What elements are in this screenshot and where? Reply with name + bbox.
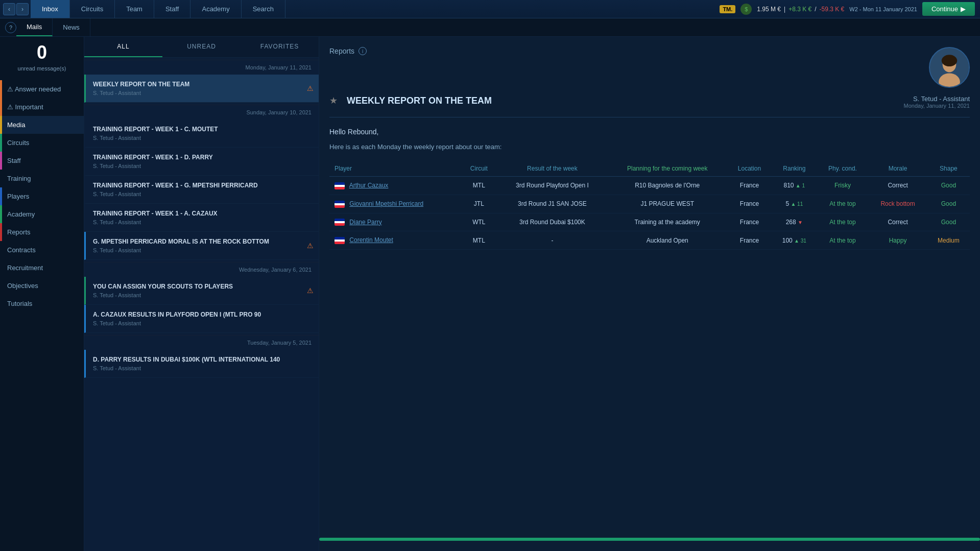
sidebar-item-players[interactable]: Players bbox=[0, 187, 84, 205]
indicator-green bbox=[0, 205, 2, 223]
col-shape: Shape bbox=[927, 161, 970, 177]
report-label-area: Reports i bbox=[329, 47, 367, 55]
circuit-cell: JTL bbox=[461, 195, 497, 213]
sidebar-item-important[interactable]: ⚠ Important bbox=[0, 98, 84, 116]
mail-tab-unread[interactable]: UNREAD bbox=[162, 37, 241, 57]
star-icon[interactable]: ★ bbox=[329, 95, 338, 106]
player-name-link[interactable]: Arthur Cazaux bbox=[349, 182, 389, 189]
circuit-cell: MTL bbox=[461, 177, 497, 195]
continue-button[interactable]: Continue ▶ bbox=[922, 2, 975, 16]
ranking-cell: 100 ▲ 31 bbox=[772, 231, 817, 250]
flag-icon bbox=[334, 237, 345, 244]
rank-change: ▲ 1 bbox=[796, 183, 805, 188]
sidebar-item-objectives[interactable]: Objectives bbox=[0, 277, 84, 295]
tab-academy[interactable]: Academy bbox=[190, 0, 241, 18]
top-nav-bar: ‹ › Inbox Circuits Team Staff Academy Se… bbox=[0, 0, 980, 18]
table-header-row: Player Circuit Result of the week Planni… bbox=[329, 161, 970, 177]
list-item[interactable]: YOU CAN ASSIGN YOUR SCOUTS TO PLAYERS S.… bbox=[84, 277, 319, 305]
location-cell: France bbox=[727, 213, 772, 231]
sidebar-item-label: Players bbox=[7, 193, 29, 200]
morale-cell: Correct bbox=[868, 213, 927, 231]
list-item[interactable]: D. PARRY RESULTS IN DUBAI $100K (WTL INT… bbox=[84, 350, 319, 378]
tab-search[interactable]: Search bbox=[242, 0, 285, 18]
mail-title: D. PARRY RESULTS IN DUBAI $100K (WTL INT… bbox=[93, 356, 312, 363]
ranking-cell: 268 ▼ bbox=[772, 213, 817, 231]
tab-inbox[interactable]: Inbox bbox=[31, 0, 70, 18]
shape-cell: Good bbox=[927, 213, 970, 231]
list-item[interactable]: A. CAZAUX RESULTS IN PLAYFORD OPEN I (MT… bbox=[84, 305, 319, 333]
sidebar-item-reports[interactable]: Reports bbox=[0, 223, 84, 241]
list-item[interactable]: G. MPETSHI PERRICARD MORAL IS AT THE ROC… bbox=[84, 232, 319, 260]
unread-count-area: 0 unread message(s) bbox=[0, 42, 84, 73]
flag-icon bbox=[334, 182, 345, 189]
mail-title: TRAINING REPORT - WEEK 1 - A. CAZAUX bbox=[93, 210, 312, 217]
indicator-blue bbox=[0, 187, 2, 205]
help-icon[interactable]: ? bbox=[5, 22, 16, 33]
alert-icon: ⚠ bbox=[307, 84, 314, 92]
sidebar-item-label: Objectives bbox=[7, 282, 38, 290]
sidebar-item-label: Media bbox=[7, 121, 25, 129]
money-icon: $ bbox=[740, 4, 752, 15]
indicator-yellow bbox=[0, 116, 2, 134]
phy-cond-cell: Frisky bbox=[817, 177, 868, 195]
list-item[interactable]: WEEKLY REPORT ON THE TEAM S. Tetud - Ass… bbox=[84, 75, 319, 103]
sidebar-item-label: ⚠ Answer needed bbox=[7, 85, 61, 93]
mail-sender: S. Tetud - Assistant bbox=[93, 365, 312, 371]
col-morale: Morale bbox=[868, 161, 927, 177]
sidebar-item-label: Training bbox=[7, 175, 31, 182]
tab-team[interactable]: Team bbox=[115, 0, 154, 18]
location-cell: France bbox=[727, 231, 772, 250]
sidebar-item-label: Contracts bbox=[7, 246, 36, 254]
sidebar-item-answer-needed[interactable]: ⚠ Answer needed bbox=[0, 80, 84, 98]
tab-staff[interactable]: Staff bbox=[154, 0, 191, 18]
reports-section-label: Reports bbox=[329, 47, 354, 55]
mail-tab-all[interactable]: ALL bbox=[84, 37, 162, 57]
ranking-cell: 5 ▲ 11 bbox=[772, 195, 817, 213]
mail-tabs: ALL UNREAD FAVORITES bbox=[84, 37, 319, 58]
flag-icon bbox=[334, 219, 345, 226]
sidebar-item-recruitment[interactable]: Recruitment bbox=[0, 259, 84, 277]
player-name-link[interactable]: Diane Parry bbox=[349, 219, 381, 226]
finance-amount: 1.95 M € bbox=[757, 6, 781, 13]
list-item[interactable]: TRAINING REPORT - WEEK 1 - G. MPETSHI PE… bbox=[84, 176, 319, 204]
content-panel: Reports i ★ WEEKLY REPORT ON THE TEAM S bbox=[319, 37, 980, 551]
col-location: Location bbox=[727, 161, 772, 177]
morale-cell: Happy bbox=[868, 231, 927, 250]
list-item[interactable]: TRAINING REPORT - WEEK 1 - C. MOUTET S. … bbox=[84, 119, 319, 148]
sidebar-item-training[interactable]: Training bbox=[0, 170, 84, 187]
sender-info: S. Tetud - Assistant Monday, January 11,… bbox=[904, 95, 970, 109]
mail-title: YOU CAN ASSIGN YOUR SCOUTS TO PLAYERS bbox=[93, 283, 312, 290]
unread-label: unread message(s) bbox=[18, 65, 66, 71]
avatar-image bbox=[930, 47, 969, 88]
sidebar-item-contracts[interactable]: Contracts bbox=[0, 241, 84, 259]
planning-cell: R10 Bagnoles de l'Orne bbox=[607, 177, 727, 195]
phy-cond-cell: At the top bbox=[817, 195, 868, 213]
player-name-link[interactable]: Corentin Moutet bbox=[349, 236, 393, 244]
circuit-cell: WTL bbox=[461, 213, 497, 231]
list-item[interactable]: TRAINING REPORT - WEEK 1 - A. CAZAUX S. … bbox=[84, 204, 319, 232]
list-item[interactable]: TRAINING REPORT - WEEK 1 - D. PARRY S. T… bbox=[84, 148, 319, 176]
sidebar-item-circuits[interactable]: Circuits bbox=[0, 134, 84, 152]
player-name-link[interactable]: Giovanni Mpetshi Perricard bbox=[349, 200, 423, 207]
sidebar-item-media[interactable]: Media bbox=[0, 116, 84, 134]
sub-tab-news[interactable]: News bbox=[53, 18, 90, 36]
mail-tab-favorites[interactable]: FAVORITES bbox=[241, 37, 319, 57]
report-main-header: ★ WEEKLY REPORT ON THE TEAM S. Tetud - A… bbox=[329, 95, 970, 117]
mail-scroll-area[interactable]: Monday, January 11, 2021 WEEKLY REPORT O… bbox=[84, 58, 319, 551]
weekly-description: Here is as each Monday the weekly report… bbox=[329, 143, 970, 151]
sidebar-item-academy[interactable]: Academy bbox=[0, 205, 84, 223]
sub-tab-mails[interactable]: Mails bbox=[16, 18, 53, 36]
indicator-teal bbox=[0, 134, 2, 152]
sidebar-item-tutorials[interactable]: Tutorials bbox=[0, 295, 84, 313]
mail-sender: S. Tetud - Assistant bbox=[93, 292, 312, 298]
date-separator-monday: Monday, January 11, 2021 bbox=[84, 60, 319, 75]
date-separator-wednesday: Wednesday, January 6, 2021 bbox=[84, 262, 319, 277]
main-layout: 0 unread message(s) ⚠ Answer needed ⚠ Im… bbox=[0, 37, 980, 551]
nav-back-button[interactable]: ‹ bbox=[3, 3, 15, 15]
nav-forward-button[interactable]: › bbox=[16, 3, 29, 15]
sidebar-item-staff[interactable]: Staff bbox=[0, 152, 84, 170]
mail-sender: S. Tetud - Assistant bbox=[93, 135, 312, 141]
info-icon[interactable]: i bbox=[358, 47, 367, 55]
tab-circuits[interactable]: Circuits bbox=[70, 0, 115, 18]
col-ranking: Ranking bbox=[772, 161, 817, 177]
